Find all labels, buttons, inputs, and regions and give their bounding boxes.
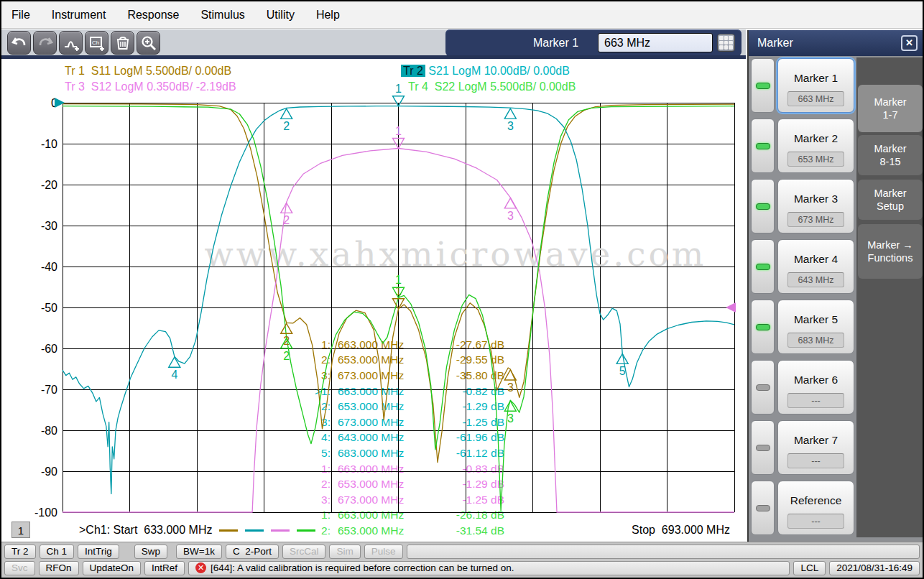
y-axis-tick: -70 (41, 384, 57, 396)
softkey-value: 653 MHz (787, 152, 844, 167)
panel-tab-column: Marker1-7Marker8-15MarkerSetupMarker →Fu… (856, 57, 924, 537)
channel-number-box[interactable]: 1 (11, 522, 30, 538)
marker-2-label-s22: 2 (283, 350, 290, 362)
status-pulse[interactable]: Pulse (364, 545, 403, 559)
menu-file[interactable]: File (11, 9, 30, 22)
marker-3-button[interactable]: Marker 3673 MHz (777, 179, 854, 233)
keypad-button[interactable] (717, 34, 735, 52)
marker-2-label-s21: 2 (283, 120, 290, 132)
y-axis-tick: -10 (41, 138, 57, 150)
undo-button[interactable] (7, 31, 31, 55)
status-svc[interactable]: Svc (4, 561, 35, 575)
status-rfon[interactable]: RFOn (39, 561, 79, 575)
start-frequency-label: >Ch1: Start 633.000 MHz (79, 524, 212, 537)
marker-2-button[interactable]: Marker 2653 MHz (777, 119, 854, 173)
y-axis-tick: -90 (41, 465, 57, 478)
y-axis-tick: -100 (34, 506, 57, 519)
status-sim[interactable]: Sim (329, 545, 360, 559)
tab-marker-1-7[interactable]: Marker1-7 (858, 85, 923, 132)
tr3-color-dash (271, 529, 290, 532)
keypad-icon (719, 36, 733, 50)
marker-3-symbol-s12[interactable] (504, 198, 516, 208)
marker-5-led-toggle[interactable] (751, 300, 775, 354)
status-intref[interactable]: IntRef (144, 561, 185, 575)
tab-marker-functions[interactable]: Marker →Functions (858, 224, 923, 279)
marker-5-button[interactable]: Marker 5683 MHz (777, 300, 854, 354)
y-axis-tick: -50 (41, 302, 57, 314)
marker-4-label-s21: 4 (171, 369, 177, 381)
tr2-color-dash (245, 529, 264, 532)
add-trace-button[interactable] (59, 31, 83, 55)
softkey-value: --- (787, 514, 844, 529)
y-axis-tick: -40 (41, 261, 57, 273)
marker-softkey-panel: Marker ✕ Marker1-7Marker8-15MarkerSetupM… (747, 30, 924, 542)
status-swp[interactable]: Swp (134, 545, 167, 559)
menu-utility[interactable]: Utility (267, 9, 295, 22)
marker-1-button[interactable]: Marker 1663 MHz (777, 58, 854, 113)
reference-button[interactable]: Reference--- (777, 481, 854, 535)
status-ch-1[interactable]: Ch 1 (40, 545, 75, 559)
marker-3-label-s21: 3 (507, 120, 514, 132)
marker-4-led-toggle[interactable] (751, 239, 775, 294)
redo-icon (37, 34, 54, 52)
lcl-button[interactable]: LCL (793, 561, 826, 575)
marker-2-symbol-s21[interactable] (281, 108, 292, 119)
status-tr-2[interactable]: Tr 2 (4, 545, 36, 559)
menu-help[interactable]: Help (316, 9, 340, 22)
marker-7-led-toggle[interactable] (751, 420, 775, 475)
status-srccal[interactable]: SrcCal (282, 545, 326, 559)
y-axis-tick: -80 (41, 425, 57, 437)
softkey-value: --- (787, 393, 844, 408)
marker-3-led-toggle[interactable] (751, 179, 775, 233)
marker-2-symbol-s11[interactable] (281, 323, 292, 333)
status-updateon[interactable]: UpdateOn (83, 561, 142, 575)
zoom-button[interactable] (137, 31, 160, 55)
marker-quick-entry-group: Marker 1 (445, 29, 741, 56)
menu-instrument[interactable]: Instrument (52, 9, 106, 22)
marker-3-label-s22: 3 (507, 412, 514, 425)
softkey-value: --- (787, 453, 844, 468)
plot-area[interactable]: 0-10-20-30-40-50-60-70-80-90-100www.xahx… (1, 59, 746, 523)
tr1-color-dash (219, 529, 238, 532)
stimulus-axis-row: 1 >Ch1: Start 633.000 MHz Stop 693.000 M… (1, 521, 746, 539)
tab-marker-8-15[interactable]: Marker8-15 (858, 135, 923, 175)
svg-text:Ch: Ch (92, 40, 99, 46)
delete-button[interactable] (111, 31, 134, 55)
marker-2-led-toggle[interactable] (751, 119, 775, 173)
menu-bar: FileInstrumentResponseStimulusUtilityHel… (1, 1, 923, 29)
marker-6-button[interactable]: Marker 6--- (777, 360, 854, 414)
marker-3-symbol-s22[interactable] (504, 401, 516, 411)
add-channel-button[interactable]: Ch (85, 31, 108, 55)
close-panel-button[interactable]: ✕ (901, 35, 918, 51)
status-c-2-port[interactable]: C 2-Port (226, 545, 279, 559)
marker-1-label-s22: 1 (395, 274, 402, 286)
softkey-value: 673 MHz (787, 212, 844, 227)
toolbar: Ch Marker 1 (1, 29, 746, 59)
tr4-color-dash (297, 529, 315, 532)
magnifier-plus-icon (140, 34, 157, 52)
panel-title-bar: Marker ✕ (749, 30, 924, 56)
softkey-value: 663 MHz (787, 91, 844, 106)
marker-1-label-s12: 1 (395, 125, 402, 137)
status-bw-1k[interactable]: BW=1k (176, 545, 222, 559)
marker-1-label-s11: 1 (395, 285, 402, 297)
marker-4-symbol-s21[interactable] (169, 357, 180, 367)
marker-7-button[interactable]: Marker 7--- (777, 420, 854, 475)
menu-stimulus[interactable]: Stimulus (200, 9, 244, 22)
marker-1-led-toggle[interactable] (751, 58, 775, 113)
marker-8-led-toggle[interactable] (751, 481, 775, 535)
tab-marker-setup[interactable]: MarkerSetup (858, 180, 923, 220)
marker-3-symbol-s21[interactable] (504, 108, 516, 119)
marker-6-led-toggle[interactable] (751, 360, 775, 414)
marker-5-label-s21: 5 (619, 365, 626, 377)
status-bar: Tr 2Ch 1IntTrigSwpBW=1kC 2-PortSrcCalSim… (1, 542, 923, 578)
menu-response[interactable]: Response (127, 9, 179, 22)
tr3-ref-level-arrow (726, 302, 736, 312)
marker-frequency-input[interactable] (598, 33, 713, 52)
error-message-field: ✕[644]: A valid calibration is required … (188, 561, 790, 575)
stop-frequency-label: Stop 693.000 MHz (632, 521, 730, 539)
status-inttrig[interactable]: IntTrig (78, 545, 119, 559)
marker-3-label-s11: 3 (507, 381, 514, 394)
marker-4-button[interactable]: Marker 4643 MHz (777, 239, 854, 294)
redo-button[interactable] (33, 31, 57, 55)
